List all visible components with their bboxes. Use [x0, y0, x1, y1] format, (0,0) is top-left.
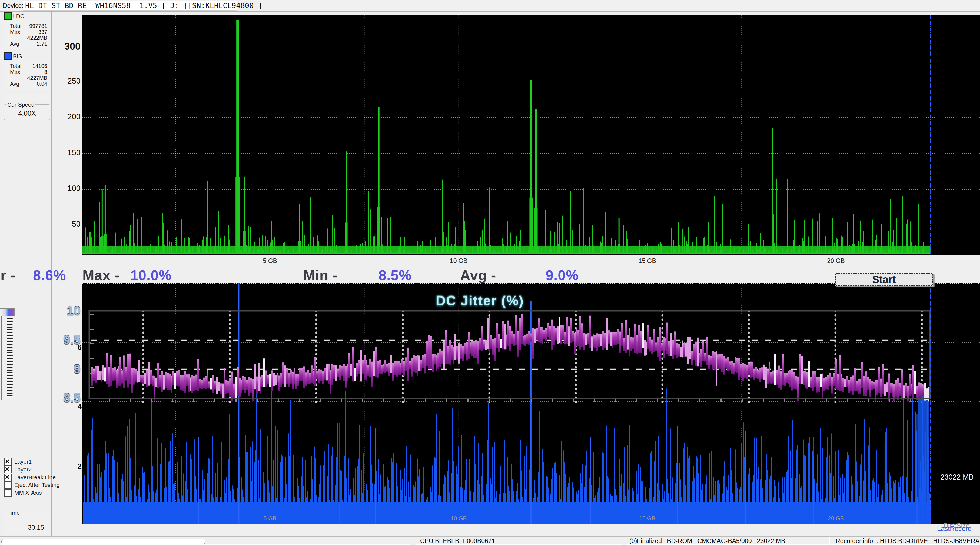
- jitter-cur-label: r -: [0, 267, 19, 283]
- checkbox-box[interactable]: [4, 458, 12, 466]
- time-label: Time: [6, 510, 21, 516]
- bis-y-tick: 2: [71, 462, 82, 471]
- checkbox-layer1[interactable]: Layer1: [4, 458, 32, 465]
- slider-handle[interactable]: [0, 308, 14, 316]
- cur-speed-box: Cur Speed 4.00X: [4, 104, 50, 120]
- checkbox-label: LayerBreak Line: [14, 474, 56, 481]
- slider-track-border: [1, 316, 2, 400]
- bis-group-label: BIS: [13, 53, 22, 59]
- bis-color-swatch: [4, 52, 12, 60]
- checkbox-box[interactable]: [4, 481, 12, 489]
- checkbox-box[interactable]: [4, 466, 12, 473]
- checkbox-mm-x-axis[interactable]: MM X-Axis: [4, 489, 42, 496]
- checkbox-layer2[interactable]: Layer2: [4, 466, 32, 473]
- device-field[interactable]: HL-DT-ST BD-RE WH16NS58 1.V5 [ J: ][SN:K…: [23, 1, 237, 11]
- jitter-cur-value: 8.6%: [33, 267, 66, 283]
- last-record-label[interactable]: LastRecord: [930, 525, 978, 532]
- disc-capacity-label: 23022 MB: [933, 473, 980, 481]
- jitter-max-label: Max -: [83, 267, 124, 283]
- device-bar: Device: HL-DT-ST BD-RE WH16NS58 1.V5 [ J…: [0, 0, 980, 12]
- jitter-y-tick: 10: [48, 303, 81, 318]
- time-box: Time 30:15: [4, 513, 50, 534]
- empty-box: [4, 94, 50, 102]
- checkbox-label: Layer1: [14, 459, 32, 465]
- jitter-max-value: 10.0%: [130, 267, 172, 283]
- ldc-x-tick: 10 GB: [440, 257, 478, 265]
- ldc-y-tick: 300: [56, 41, 81, 52]
- bis-x-tick: 10 GB: [440, 515, 478, 521]
- ldc-y-tick: 250: [56, 76, 81, 86]
- bis-x-tick: 5 GB: [251, 515, 289, 521]
- ldc-y-tick: 100: [56, 184, 81, 193]
- ldc-chart: [83, 15, 980, 255]
- cur-speed-label: Cur Speed: [6, 102, 35, 108]
- status-bar: CPU:BFEBFBFF000B0671 (0)Finalized BD-ROM…: [0, 536, 980, 545]
- bis-jitter-chart: [83, 283, 980, 524]
- status-cpu: CPU:BFEBFBFF000B0671: [415, 537, 623, 545]
- chart-separator: [83, 256, 980, 256]
- progress-bar: [2, 539, 205, 545]
- jitter-min-value: 8.5%: [379, 267, 412, 283]
- stat-row: 4227MB: [4, 75, 50, 81]
- cur-speed-value: 4.00X: [4, 110, 50, 117]
- status-recorder-info: Recorder info : HLDS BD-DRIVE HLDS-JB8VE…: [831, 537, 979, 545]
- stat-row: 4222MB: [4, 35, 50, 41]
- checkbox-box[interactable]: [4, 489, 12, 497]
- status-disc-info: (0)Finalized BD-ROM CMCMAG-BA5/000 23022…: [625, 537, 830, 545]
- ldc-color-swatch: [4, 13, 12, 20]
- ldc-stats-box: Total997781Max3374222MBAvg2.71: [4, 21, 50, 49]
- checkbox-label: Layer2: [14, 466, 32, 473]
- checkbox-box[interactable]: [4, 473, 12, 481]
- ldc-y-tick: 50: [56, 219, 81, 229]
- jitter-avg-value: 9.0%: [546, 267, 579, 283]
- bis-y-tick: 6: [71, 343, 82, 352]
- stat-row: Avg2.71: [4, 41, 50, 47]
- bis-x-tick: 20 GB: [817, 515, 855, 521]
- jitter-min-label: Min -: [303, 267, 342, 283]
- bis-y-tick: 4: [71, 403, 82, 411]
- stat-row: Total997781: [4, 23, 50, 29]
- checkbox-layerbreak-line[interactable]: LayerBreak Line: [4, 474, 56, 481]
- time-value: 30:15: [4, 524, 44, 531]
- jitter-overlay-title: DC Jitter (%): [392, 293, 568, 309]
- checkbox-label: Eject After Testing: [14, 482, 60, 488]
- bis-x-tick: 15 GB: [628, 515, 666, 521]
- stat-row: Total14106: [4, 63, 50, 69]
- ldc-x-tick: 15 GB: [628, 257, 666, 265]
- ldc-y-tick: 150: [56, 148, 81, 157]
- device-label: Device:: [3, 2, 24, 10]
- status-progress-segment: [0, 537, 410, 545]
- start-button[interactable]: Start: [835, 273, 933, 286]
- jitter-y-tick: 9: [48, 362, 81, 376]
- ldc-group-label: LDC: [13, 13, 24, 19]
- ldc-x-tick: 20 GB: [817, 257, 855, 265]
- stat-row: Avg0.04: [4, 81, 50, 87]
- stat-row: Max8: [4, 69, 50, 75]
- jitter-avg-label: Avg -: [460, 267, 500, 283]
- ldc-x-tick: 5 GB: [251, 257, 289, 265]
- checkbox-label: MM X-Axis: [14, 489, 42, 496]
- checkbox-eject-after-testing[interactable]: Eject After Testing: [4, 481, 60, 488]
- bis-stats-box: Total14106Max84227MBAvg0.04: [4, 60, 50, 89]
- stat-row: Max337: [4, 29, 50, 35]
- ldc-y-tick: 200: [56, 112, 81, 121]
